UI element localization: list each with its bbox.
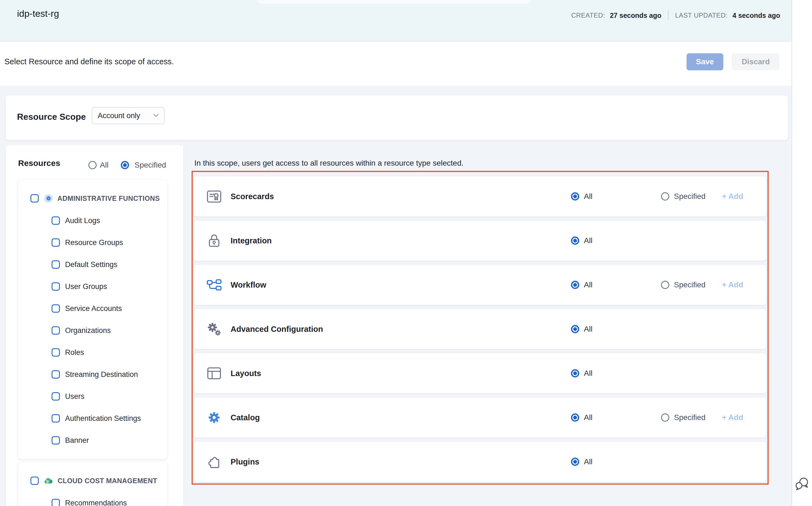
item-checkbox[interactable]: [52, 217, 60, 225]
add-button[interactable]: + Add: [722, 280, 743, 289]
item-checkbox[interactable]: [52, 238, 60, 247]
resource-item[interactable]: Audit Logs: [52, 209, 167, 232]
resource-item[interactable]: Recommendations: [52, 492, 167, 506]
item-checkbox[interactable]: [52, 370, 60, 378]
group-header: ADMINISTRATIVE FUNCTIONS: [30, 193, 167, 203]
item-label: Resource Groups: [65, 238, 123, 247]
scope-note: In this scope, users get access to all r…: [194, 159, 464, 168]
item-checkbox[interactable]: [52, 326, 60, 335]
radio-specified-circle[interactable]: [661, 281, 669, 289]
resource-item[interactable]: Streaming Destination: [52, 363, 167, 386]
radio-specified-label: Specified: [674, 413, 706, 422]
item-checkbox[interactable]: [52, 348, 60, 356]
item-label: Roles: [65, 348, 84, 357]
resource-item[interactable]: User Groups: [52, 275, 167, 298]
scorecard-icon: [206, 189, 222, 204]
resource-item[interactable]: Default Settings: [52, 254, 167, 275]
radio-all[interactable]: All: [571, 369, 592, 378]
gears-icon: [206, 322, 222, 337]
resources-panel: Resources All Specified: [6, 145, 183, 506]
item-label: Audit Logs: [65, 217, 100, 225]
gear-circle-icon: [44, 194, 53, 203]
resource-type-row: Workflow All Specified + Add: [194, 265, 766, 305]
radio-all-label: All: [584, 236, 592, 245]
item-checkbox[interactable]: [52, 282, 60, 290]
item-checkbox[interactable]: [52, 260, 60, 269]
add-button[interactable]: + Add: [722, 413, 743, 422]
divider: [668, 10, 669, 20]
radio-all-label: All: [584, 369, 592, 378]
save-button[interactable]: Save: [687, 53, 723, 70]
resource-type-label: Layouts: [230, 369, 261, 378]
radio-specified-circle[interactable]: [661, 413, 669, 422]
radio-specified[interactable]: Specified: [661, 280, 706, 289]
radio-specified[interactable]: Specified: [661, 413, 706, 422]
resource-scope-value: Account only: [98, 111, 140, 120]
resource-item[interactable]: Roles: [52, 341, 167, 363]
radio-all[interactable]: All: [571, 413, 592, 422]
radio-all-circle[interactable]: [571, 458, 579, 466]
resource-type-row: Advanced Configuration All: [194, 309, 766, 349]
toolbar-description: Select Resource and define its scope of …: [4, 57, 174, 66]
item-checkbox[interactable]: [52, 499, 60, 506]
resource-type-label: Workflow: [230, 280, 266, 289]
resource-type-label: Scorecards: [230, 192, 274, 201]
radio-all-circle[interactable]: [571, 237, 579, 245]
top-highlight-strip: [257, 0, 531, 4]
resource-type-label: Plugins: [230, 457, 260, 467]
add-button[interactable]: + Add: [722, 192, 743, 201]
group-title: ADMINISTRATIVE FUNCTIONS: [58, 194, 160, 202]
radio-all-label: All: [584, 413, 592, 422]
item-label: Default Settings: [65, 260, 117, 269]
item-checkbox[interactable]: [52, 392, 60, 401]
radio-all-circle[interactable]: [571, 325, 579, 333]
radio-all[interactable]: All: [571, 236, 592, 245]
item-checkbox[interactable]: [52, 436, 60, 444]
group-header: $ CLOUD COST MANAGEMENT: [30, 476, 167, 486]
radio-specified[interactable]: Specified: [661, 192, 706, 201]
resource-item[interactable]: Authentication Settings: [52, 407, 167, 429]
radio-all[interactable]: All: [571, 192, 592, 201]
resource-type-row: Layouts All: [194, 353, 766, 393]
chat-help-icon[interactable]: [795, 477, 809, 491]
item-checkbox[interactable]: [52, 304, 60, 313]
resource-type-row: Integration All: [194, 221, 766, 261]
resource-scope-dropdown[interactable]: Account only: [92, 107, 165, 124]
item-label: User Groups: [65, 282, 107, 291]
created-label: CREATED:: [571, 11, 605, 19]
item-label: Authentication Settings: [65, 414, 141, 423]
group-title: CLOUD COST MANAGEMENT: [58, 477, 157, 485]
radio-all-label: All: [584, 457, 592, 466]
radio-all[interactable]: All: [571, 457, 592, 466]
radio-all-label: All: [100, 161, 108, 169]
resource-group-card-cloud-cost: $ CLOUD COST MANAGEMENT Recommendations: [18, 462, 167, 506]
group-checkbox[interactable]: [30, 477, 39, 485]
item-label: Streaming Destination: [65, 370, 138, 379]
radio-all-circle[interactable]: [571, 413, 579, 422]
radio-all-circle[interactable]: [571, 369, 579, 377]
resource-type-label: Advanced Configuration: [230, 325, 323, 334]
discard-button[interactable]: Discard: [732, 53, 780, 70]
page-header: idp-test-rg CREATED: 27 seconds ago LAST…: [0, 0, 791, 41]
radio-all-circle[interactable]: [571, 281, 579, 289]
resources-radio-all[interactable]: All: [88, 161, 108, 169]
svg-text:$: $: [47, 480, 48, 483]
resource-item[interactable]: Organizations: [52, 320, 167, 341]
resource-item[interactable]: Users: [52, 386, 167, 407]
last-updated-value: 4 seconds ago: [732, 11, 780, 19]
item-label: Banner: [65, 436, 89, 445]
radio-all-circle[interactable]: [571, 192, 579, 200]
resource-item[interactable]: Service Accounts: [52, 298, 167, 320]
item-checkbox[interactable]: [52, 414, 60, 422]
radio-specified-circle[interactable]: [661, 192, 669, 200]
radio-all[interactable]: All: [571, 280, 592, 289]
radio-all-circle[interactable]: [88, 161, 97, 169]
resources-radio-specified[interactable]: Specified: [121, 161, 166, 169]
group-checkbox[interactable]: [30, 194, 39, 202]
resource-item[interactable]: Banner: [52, 429, 167, 451]
radio-all[interactable]: All: [571, 325, 592, 334]
radio-specified-label: Specified: [134, 161, 166, 169]
timestamps: CREATED: 27 seconds ago LAST UPDATED: 4 …: [571, 10, 780, 20]
radio-specified-circle[interactable]: [121, 161, 129, 169]
resource-item[interactable]: Resource Groups: [52, 232, 167, 254]
